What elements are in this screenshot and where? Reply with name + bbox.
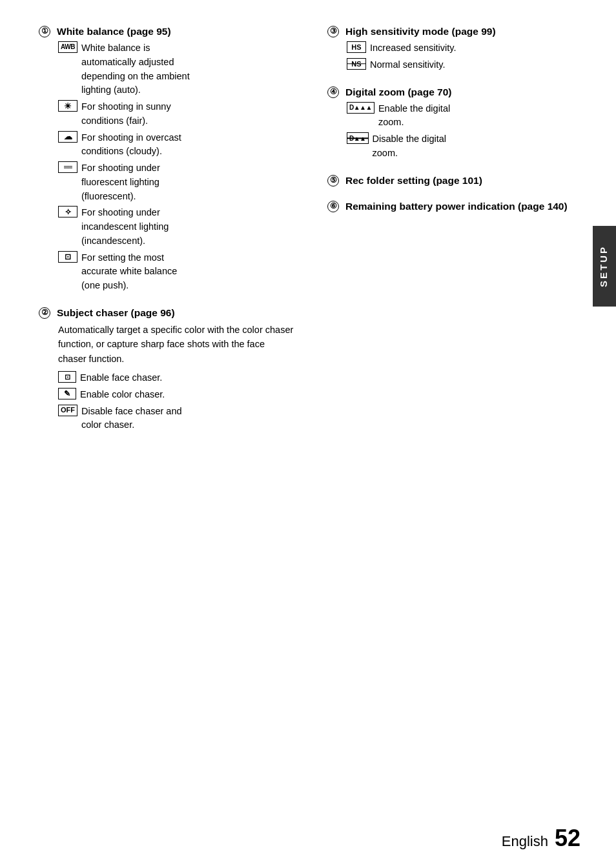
content-area: ① White balance (page 95) AWB White bala… (39, 26, 584, 447)
left-column: ① White balance (page 95) AWB White bala… (39, 26, 308, 447)
item-incandescent: ✧ For shooting underincandescent lightin… (58, 206, 295, 248)
section1-title-text: White balance (page 95) (57, 26, 171, 37)
item-digital-zoom-off-text: Disable the digitalzoom. (373, 132, 446, 161)
section2-title: ② Subject chaser (page 96) (39, 307, 295, 319)
icon-digital-zoom-off: D▲▲ (347, 132, 369, 144)
section5-title-text: Rec folder setting (page 101) (345, 175, 482, 187)
section3-number: ③ (327, 26, 339, 37)
item-digital-zoom-off: D▲▲ Disable the digitalzoom. (347, 132, 584, 161)
item-hs-text: Increased sensitivity. (370, 41, 457, 56)
item-overcast: ☁ For shooting in overcastconditions (cl… (58, 131, 295, 159)
section-high-sensitivity: ③ High sensitivity mode (page 99) HS Inc… (327, 26, 584, 72)
item-face-chaser: ⊡ Enable face chaser. (58, 371, 295, 385)
icon-fluorescent: ≡≡≡ (58, 161, 77, 173)
section5-title: ⑤ Rec folder setting (page 101) (327, 175, 584, 187)
item-hs: HS Increased sensitivity. (347, 41, 584, 56)
section3-title: ③ High sensitivity mode (page 99) (327, 26, 584, 37)
item-chaser-off-text: Disable face chaser andcolor chaser. (81, 405, 182, 433)
section2-title-text: Subject chaser (page 96) (57, 307, 175, 319)
page-footer: English 52 (502, 825, 580, 852)
item-overcast-text: For shooting in overcastconditions (clou… (81, 131, 181, 159)
section-white-balance: ① White balance (page 95) AWB White bala… (39, 26, 295, 293)
item-fluorescent: ≡≡≡ For shooting underfluorescent lighti… (58, 161, 295, 203)
item-sunny-text: For shooting in sunnyconditions (fair). (81, 100, 171, 128)
item-ns: NS Normal sensitivity. (347, 58, 584, 72)
section1-number: ① (39, 26, 50, 37)
section6-number: ⑥ (327, 201, 339, 212)
icon-incandescent: ✧ (58, 206, 77, 217)
item-onepush: ⊡ For setting the mostaccurate white bal… (58, 251, 295, 293)
section-battery: ⑥ Remaining battery power indication (pa… (327, 201, 584, 212)
section2-number: ② (39, 307, 50, 319)
footer-language: English (502, 833, 548, 850)
icon-chaser-off: OFF (58, 405, 77, 416)
item-chaser-off: OFF Disable face chaser andcolor chaser. (58, 405, 295, 433)
icon-awb: AWB (58, 41, 77, 53)
icon-color-chaser: ✎ (58, 388, 76, 399)
item-fluorescent-text: For shooting underfluorescent lighting(f… (81, 161, 160, 203)
icon-digital-zoom-on: D▲▲▲ (347, 102, 375, 114)
item-incandescent-text: For shooting underincandescent lighting(… (81, 206, 169, 248)
item-color-chaser: ✎ Enable color chaser. (58, 388, 295, 402)
section4-title: ④ Digital zoom (page 70) (327, 86, 584, 98)
item-ns-text: Normal sensitivity. (370, 58, 446, 72)
section4-title-text: Digital zoom (page 70) (345, 86, 452, 98)
icon-sunny: ☀ (58, 100, 77, 112)
sidebar-setup-label: SETUP (593, 226, 616, 307)
icon-overcast: ☁ (58, 131, 77, 143)
section6-title-text: Remaining battery power indication (page… (345, 201, 568, 212)
icon-hs: HS (347, 41, 366, 53)
section3-title-text: High sensitivity mode (page 99) (345, 26, 496, 37)
section-digital-zoom: ④ Digital zoom (page 70) D▲▲▲ Enable the… (327, 86, 584, 161)
section-subject-chaser: ② Subject chaser (page 96) Automatically… (39, 307, 295, 432)
icon-ns: NS (347, 58, 366, 70)
item-digital-zoom-on: D▲▲▲ Enable the digitalzoom. (347, 102, 584, 130)
item-color-chaser-text: Enable color chaser. (80, 388, 165, 402)
icon-face-chaser: ⊡ (58, 371, 76, 383)
item-face-chaser-text: Enable face chaser. (80, 371, 162, 385)
section6-title: ⑥ Remaining battery power indication (pa… (327, 201, 584, 212)
item-digital-zoom-on-text: Enable the digitalzoom. (378, 102, 450, 130)
footer-page-number: 52 (555, 825, 580, 852)
section4-number: ④ (327, 86, 339, 98)
item-sunny: ☀ For shooting in sunnyconditions (fair)… (58, 100, 295, 128)
page-container: ① White balance (page 95) AWB White bala… (0, 0, 616, 868)
item-awb-text: White balance isautomatically adjustedde… (81, 41, 190, 97)
section-rec-folder: ⑤ Rec folder setting (page 101) (327, 175, 584, 187)
item-awb: AWB White balance isautomatically adjust… (58, 41, 295, 97)
right-column: ③ High sensitivity mode (page 99) HS Inc… (321, 26, 584, 447)
section5-number: ⑤ (327, 175, 339, 187)
section2-body: Automatically target a specific color wi… (58, 323, 295, 366)
icon-onepush: ⊡ (58, 251, 77, 263)
section1-title: ① White balance (page 95) (39, 26, 295, 37)
item-onepush-text: For setting the mostaccurate white balan… (81, 251, 177, 293)
